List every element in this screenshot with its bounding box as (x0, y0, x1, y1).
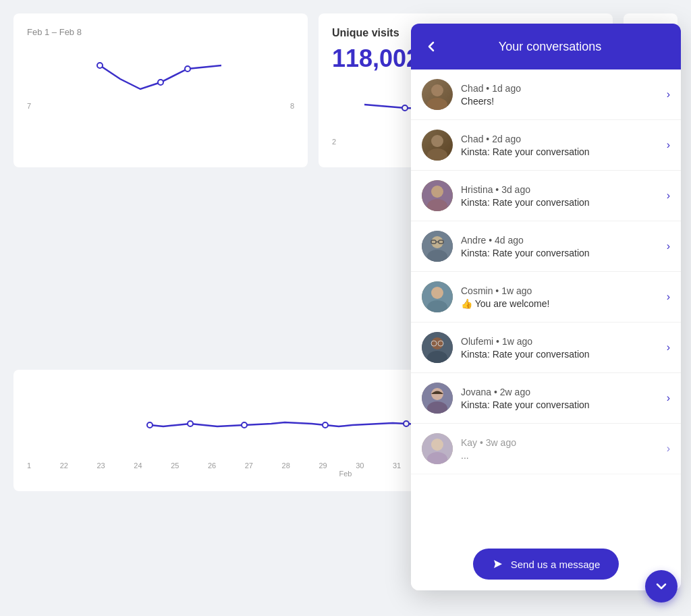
avatar (422, 79, 453, 110)
conversation-message: Kinsta: Rate your conversation (461, 146, 661, 157)
conversation-info: Hristina • 3d ago Kinsta: Rate your conv… (461, 184, 661, 208)
conversation-header: Your conversations (411, 24, 681, 69)
conversation-item[interactable]: Chad • 2d ago Kinsta: Rate your conversa… (411, 120, 681, 171)
conversation-message: Kinsta: Rate your conversation (461, 197, 661, 208)
chart-labels-1: 7 8 (27, 102, 294, 110)
chevron-right-icon: › (667, 392, 670, 404)
svg-marker-39 (494, 560, 502, 568)
avatar (422, 281, 453, 312)
avatar (422, 180, 453, 211)
svg-point-8 (242, 422, 247, 428)
svg-point-0 (97, 63, 103, 68)
scroll-down-button[interactable] (645, 570, 678, 603)
svg-point-13 (427, 98, 447, 110)
svg-point-7 (188, 421, 193, 426)
avatar (422, 332, 453, 363)
svg-point-2 (185, 66, 190, 72)
send-button-label: Send us a message (511, 559, 601, 570)
chevron-right-icon: › (667, 190, 670, 202)
conversation-message: Kinsta: Rate your conversation (461, 248, 661, 258)
conversation-name-time: Jovana • 2w ago (461, 387, 661, 397)
conversation-message: Cheers! (461, 96, 661, 107)
svg-point-10 (404, 421, 409, 426)
conversation-info: Jovana • 2w ago Kinsta: Rate your conver… (461, 387, 661, 410)
chevron-right-icon: › (667, 88, 670, 101)
conversation-item[interactable]: Hristina • 3d ago Kinsta: Rate your conv… (411, 171, 681, 221)
conversation-item[interactable]: Jovana • 2w ago Kinsta: Rate your conver… (411, 373, 681, 424)
send-message-button[interactable]: Send us a message (473, 549, 619, 580)
conversation-info: Kay • 3w ago ... (461, 437, 661, 461)
svg-point-6 (147, 422, 153, 428)
chevron-right-icon: › (667, 139, 670, 151)
svg-point-29 (431, 337, 443, 349)
conversation-item[interactable]: Olufemi • 1w ago Kinsta: Rate your conve… (411, 323, 681, 373)
send-icon (492, 558, 504, 570)
conversation-message: Kinsta: Rate your conversation (461, 349, 661, 360)
conversation-name-time: Chad • 2d ago (461, 134, 661, 144)
chevron-right-icon: › (667, 443, 670, 455)
back-button[interactable] (422, 37, 441, 56)
svg-point-26 (431, 287, 443, 299)
conversation-info: Chad • 2d ago Kinsta: Rate your conversa… (461, 134, 661, 157)
conversation-message: ... (461, 450, 661, 461)
conversation-item[interactable]: Kay • 3w ago ... › (411, 424, 681, 474)
avatar (422, 231, 453, 262)
conversation-footer: Send us a message (411, 538, 681, 590)
conversation-list[interactable]: Chad • 1d ago Cheers! › Chad • 2d ago Ki… (411, 69, 681, 538)
svg-point-3 (402, 105, 408, 111)
chevron-right-icon: › (667, 240, 670, 252)
chevron-right-icon: › (667, 291, 670, 303)
conversation-name-time: Olufemi • 1w ago (461, 336, 661, 347)
conversation-panel: Your conversations Chad • 1d ago Cheers!… (411, 24, 681, 590)
conversation-name-time: Cosmin • 1w ago (461, 285, 661, 296)
svg-point-12 (431, 84, 443, 96)
conversation-item[interactable]: Andre • 4d ago Kinsta: Rate your convers… (411, 221, 681, 272)
avatar (422, 383, 453, 414)
conversation-info: Cosmin • 1w ago 👍 You are welcome! (461, 285, 661, 309)
svg-point-37 (431, 439, 443, 451)
avatar (422, 130, 453, 161)
date-range-card: Feb 1 – Feb 8 7 8 (13, 13, 308, 167)
conversation-name-time: Hristina • 3d ago (461, 184, 661, 195)
conversation-info: Olufemi • 1w ago Kinsta: Rate your conve… (461, 336, 661, 360)
svg-point-1 (158, 80, 163, 85)
conversation-name-time: Chad • 1d ago (461, 83, 661, 94)
conversation-message: Kinsta: Rate your conversation (461, 399, 661, 410)
conversation-info: Chad • 1d ago Cheers! (461, 83, 661, 107)
card-date: Feb 1 – Feb 8 (27, 27, 294, 37)
conversation-name-time: Andre • 4d ago (461, 235, 661, 246)
svg-point-9 (323, 422, 328, 428)
conversation-name-time: Kay • 3w ago (461, 437, 661, 448)
conversation-message: 👍 You are welcome! (461, 298, 661, 309)
chevron-right-icon: › (667, 341, 670, 354)
svg-point-15 (427, 148, 447, 161)
small-chart-1 (27, 45, 294, 99)
conversation-info: Andre • 4d ago Kinsta: Rate your convers… (461, 235, 661, 258)
svg-point-17 (431, 186, 443, 198)
panel-title: Your conversations (449, 40, 670, 54)
conversation-item[interactable]: Cosmin • 1w ago 👍 You are welcome! › (411, 272, 681, 323)
conversation-item[interactable]: Chad • 1d ago Cheers! › (411, 69, 681, 120)
svg-point-14 (431, 135, 443, 147)
avatar (422, 433, 453, 464)
